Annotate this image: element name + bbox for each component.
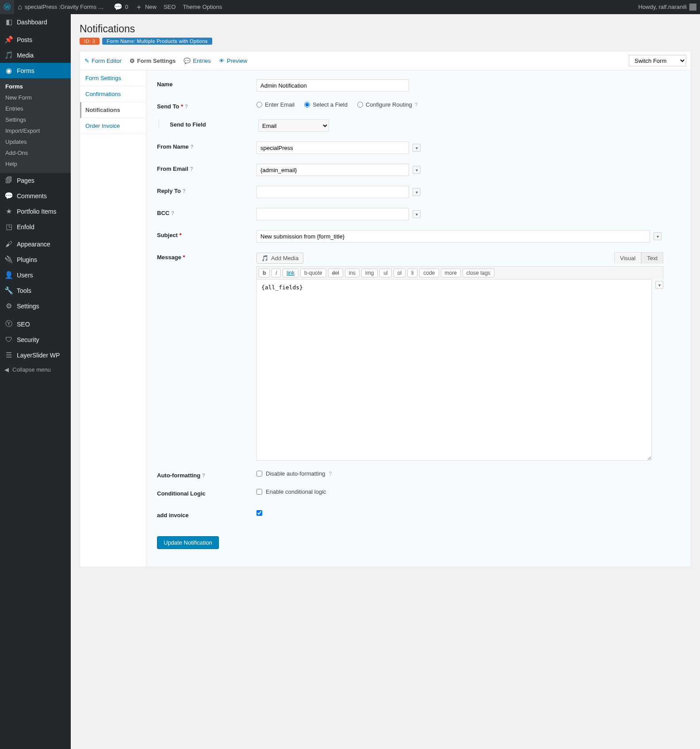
- site-home-link[interactable]: ⌂specialPress :Gravity Forms Order Invoi…: [14, 0, 110, 14]
- merge-tag-button[interactable]: ▾: [655, 281, 663, 289]
- menu-security[interactable]: 🛡Security: [0, 332, 71, 347]
- new-content-link[interactable]: ＋New: [132, 0, 160, 14]
- help-icon[interactable]: ?: [415, 102, 418, 108]
- wp-logo[interactable]: ⓦ: [0, 0, 14, 14]
- merge-tag-button[interactable]: ▾: [413, 166, 421, 174]
- editor-tab-text[interactable]: Text: [641, 252, 663, 264]
- menu-enfold[interactable]: ◳Enfold: [0, 219, 71, 234]
- radio-input[interactable]: [304, 102, 310, 108]
- submenu-forms-updates[interactable]: Updates: [0, 136, 71, 147]
- checkbox-input[interactable]: [256, 510, 262, 516]
- submenu-forms-settings[interactable]: Settings: [0, 114, 71, 125]
- tab-form-settings[interactable]: Form Settings: [80, 70, 146, 86]
- qt-b[interactable]: b: [259, 269, 270, 277]
- radio-select-field[interactable]: Select a Field: [304, 101, 348, 108]
- qt-ul[interactable]: ul: [379, 269, 391, 277]
- qt-img[interactable]: img: [361, 269, 378, 277]
- menu-appearance[interactable]: 🖌Appearance: [0, 237, 71, 252]
- menu-forms[interactable]: ◉Forms: [0, 63, 71, 78]
- help-icon[interactable]: ?: [185, 104, 188, 110]
- help-icon[interactable]: ?: [190, 166, 193, 172]
- merge-tag-button[interactable]: ▾: [413, 210, 421, 218]
- tab-confirmations[interactable]: Confirmations: [80, 86, 146, 102]
- radio-label: Configure Routing: [366, 101, 412, 108]
- help-icon[interactable]: ?: [190, 144, 193, 150]
- label-conditional-logic: Conditional Logic: [157, 488, 256, 497]
- label-text: Reply To: [157, 188, 181, 194]
- message-textarea[interactable]: [256, 279, 652, 461]
- toolbar-form-editor[interactable]: ✎Form Editor: [84, 58, 122, 64]
- radio-input[interactable]: [256, 102, 262, 108]
- submenu-forms-new[interactable]: New Form: [0, 92, 71, 103]
- menu-label: Comments: [17, 192, 47, 200]
- submenu-forms-forms[interactable]: Forms: [0, 81, 71, 92]
- tab-order-invoice[interactable]: Order Invoice: [80, 118, 146, 134]
- qt-del[interactable]: del: [328, 269, 343, 277]
- toolbar-preview[interactable]: 👁Preview: [219, 58, 247, 64]
- from-name-input[interactable]: [256, 142, 409, 154]
- tab-notifications[interactable]: Notifications: [80, 102, 146, 118]
- toolbar-entries[interactable]: 💬Entries: [184, 58, 210, 64]
- help-icon[interactable]: ?: [329, 471, 332, 477]
- radio-input[interactable]: [357, 102, 363, 108]
- merge-tag-button[interactable]: ▾: [413, 188, 421, 196]
- qt-code[interactable]: code: [419, 269, 439, 277]
- update-notification-button[interactable]: Update Notification: [157, 536, 219, 549]
- checkbox-input[interactable]: [256, 489, 262, 495]
- account-link[interactable]: Howdy, ralf.naranili: [635, 0, 700, 14]
- merge-tag-button[interactable]: ▾: [654, 232, 662, 240]
- help-icon[interactable]: ?: [202, 472, 205, 479]
- menu-users[interactable]: 👤Users: [0, 267, 71, 283]
- menu-posts[interactable]: 📌Posts: [0, 32, 71, 47]
- qt-bquote[interactable]: b-quote: [300, 269, 326, 277]
- toolbar-form-settings[interactable]: ⚙Form Settings: [130, 58, 176, 64]
- help-icon[interactable]: ?: [183, 188, 186, 194]
- menu-seo[interactable]: ⓎSEO: [0, 316, 71, 332]
- radio-enter-email[interactable]: Enter Email: [256, 101, 295, 108]
- checkbox-enable-conditional[interactable]: Enable conditional logic: [256, 488, 326, 495]
- switch-form-select[interactable]: Switch Form: [629, 55, 686, 66]
- settings-body: Name Send To * ? Enter Email Select a Fi…: [146, 70, 691, 567]
- radio-configure-routing[interactable]: Configure Routing ?: [357, 101, 417, 108]
- qt-ins[interactable]: ins: [345, 269, 360, 277]
- menu-settings[interactable]: ⚙Settings: [0, 298, 71, 314]
- qt-ol[interactable]: ol: [394, 269, 405, 277]
- seo-link[interactable]: SEO: [160, 0, 179, 14]
- menu-tools[interactable]: 🔧Tools: [0, 283, 71, 298]
- menu-media[interactable]: 🎵Media: [0, 47, 71, 63]
- help-icon[interactable]: ?: [171, 210, 174, 216]
- qt-li[interactable]: li: [407, 269, 417, 277]
- menu-label: Appearance: [17, 241, 50, 248]
- menu-label: Plugins: [17, 256, 37, 263]
- reply-to-input[interactable]: [256, 186, 409, 198]
- checkbox-input[interactable]: [256, 471, 262, 476]
- theme-options-link[interactable]: Theme Options: [179, 0, 226, 14]
- checkbox-disable-autoformat[interactable]: Disable auto-formatting ?: [256, 470, 332, 477]
- menu-plugins[interactable]: 🔌Plugins: [0, 252, 71, 267]
- submenu-forms-addons[interactable]: Add-Ons: [0, 147, 71, 158]
- menu-comments[interactable]: 💬Comments: [0, 188, 71, 204]
- submenu-forms-help[interactable]: Help: [0, 158, 71, 169]
- qt-more[interactable]: more: [441, 269, 461, 277]
- menu-portfolio[interactable]: ★Portfolio Items: [0, 204, 71, 219]
- submenu-forms-entries[interactable]: Entries: [0, 103, 71, 114]
- menu-dashboard[interactable]: ◧Dashboard: [0, 14, 71, 30]
- collapse-menu[interactable]: ◀Collapse menu: [0, 363, 71, 376]
- submenu-forms-import[interactable]: Import/Export: [0, 125, 71, 136]
- menu-layerslider[interactable]: ☰LayerSlider WP: [0, 347, 71, 363]
- name-input[interactable]: [256, 79, 409, 92]
- checkbox-add-invoice[interactable]: [256, 510, 262, 516]
- send-to-field-select[interactable]: Email: [258, 119, 329, 132]
- menu-label: Dashboard: [17, 19, 47, 26]
- merge-tag-button[interactable]: ▾: [413, 144, 421, 152]
- qt-link[interactable]: link: [283, 269, 298, 277]
- add-media-button[interactable]: 🎵Add Media: [256, 253, 303, 264]
- comments-link[interactable]: 💬0: [110, 0, 132, 14]
- bcc-input[interactable]: [256, 208, 409, 220]
- editor-tab-visual[interactable]: Visual: [614, 252, 641, 264]
- subject-input[interactable]: [256, 230, 650, 242]
- from-email-input[interactable]: [256, 164, 409, 176]
- qt-close[interactable]: close tags: [463, 269, 494, 277]
- menu-pages[interactable]: 🗐Pages: [0, 173, 71, 188]
- qt-i[interactable]: i: [272, 269, 281, 277]
